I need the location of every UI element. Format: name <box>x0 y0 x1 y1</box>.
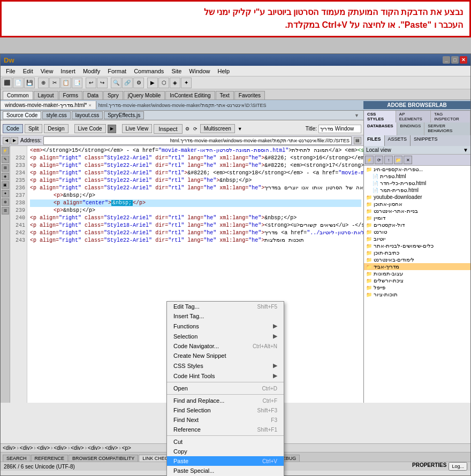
bottom-tab-browser-compat[interactable]: BROWSER COMPATIBILITY <box>69 455 138 462</box>
tb-btn-16[interactable]: ✦ <box>181 78 192 88</box>
menu-view[interactable]: View <box>37 67 57 75</box>
tree-item-4[interactable]: 📄 טפרית-תמר.html <box>364 187 470 194</box>
ctx-selection[interactable]: Selection ▶ <box>167 331 284 341</box>
tree-item-17[interactable]: 📁 ציכת-יורשלים <box>364 277 470 284</box>
panel-tab-server-behaviors[interactable]: SERVER BEHAVIORS <box>424 122 470 135</box>
local-view-dropdown[interactable]: ▼ <box>463 147 468 153</box>
split-view-button[interactable]: Split <box>25 124 42 133</box>
sidebar-icon-6[interactable]: ✦ <box>2 190 9 197</box>
ctx-reference[interactable]: Reference Shift+F1 <box>167 425 284 434</box>
tb-btn-8[interactable]: ↩ <box>86 78 96 88</box>
code-tab-source[interactable]: Source Code <box>3 111 41 119</box>
ctx-paste-special[interactable]: Paste Special... <box>167 466 284 475</box>
live-view-button[interactable]: Live View <box>122 124 153 133</box>
ctx-create-snippet[interactable]: Create New Snippet <box>167 351 284 360</box>
panel-tab-assets[interactable]: ASSETS <box>385 135 411 146</box>
ctx-find-selection[interactable]: Find Selection Shift+F3 <box>167 405 284 415</box>
bc-item-2[interactable]: <div> <box>20 445 33 451</box>
back-button[interactable]: ◀ <box>3 137 10 144</box>
insert-tab-common[interactable]: Common <box>3 91 33 99</box>
tb-btn-7[interactable]: 📑 <box>72 78 82 88</box>
panel-btn-connect[interactable]: ⚡ <box>365 156 374 164</box>
menu-modify[interactable]: Modify <box>80 67 103 75</box>
multiscreen-button[interactable]: Multiscreen <box>200 124 235 133</box>
tree-item-6[interactable]: 📁 אחסון-אתוכן <box>364 201 470 208</box>
bc-item-1[interactable]: <div> <box>3 445 16 451</box>
tb-btn-5[interactable]: ✂ <box>49 78 60 88</box>
close-button[interactable]: ✕ <box>460 56 467 64</box>
file-tab-close[interactable]: × <box>88 103 91 108</box>
ctx-cut[interactable]: Cut <box>167 437 284 447</box>
ctx-find-replace[interactable]: Find and Replace... Ctrl+F <box>167 396 284 405</box>
ctx-open[interactable]: Open Ctrl+D <box>167 383 284 393</box>
ctx-paste[interactable]: Paste Ctrl+V <box>167 456 284 466</box>
tree-item-19[interactable]: 📁 תוכות-ציור <box>364 291 470 298</box>
panel-tab-files[interactable]: FILES <box>364 135 385 146</box>
sidebar-icon-7[interactable]: ⊕ <box>2 198 9 206</box>
tb-btn-14[interactable]: ⬡ <box>158 78 169 88</box>
filter-icon[interactable]: ▼ <box>352 113 361 118</box>
menu-help[interactable]: Help <box>214 67 233 75</box>
panel-tab-css-styles[interactable]: CSS STYLES <box>364 111 396 122</box>
ctx-copy[interactable]: Copy <box>167 447 284 456</box>
ctx-functions[interactable]: Functions ▶ <box>167 321 284 331</box>
tree-item-15[interactable]: 📁 מדריך-אביד <box>364 263 470 270</box>
panel-btn-delete[interactable]: ✕ <box>404 156 412 164</box>
live-code-icon[interactable]: ▶ <box>108 125 116 133</box>
insert-tab-layout[interactable]: Layout <box>34 91 58 99</box>
code-view-button[interactable]: Code <box>3 124 23 133</box>
address-input[interactable]: file:///D:/SITES/אינטרנט-אתר-תקמת'/movie… <box>43 136 352 145</box>
tb-btn-15[interactable]: ◈ <box>170 78 180 88</box>
bc-item-4[interactable]: <div> <box>54 445 66 451</box>
minimize-button[interactable]: _ <box>443 56 450 64</box>
insert-tab-data[interactable]: Data <box>83 91 103 99</box>
tree-item-8[interactable]: 📁 דומיין <box>364 214 470 221</box>
menu-file[interactable]: File <box>3 67 19 75</box>
live-code-button[interactable]: Live Code <box>74 124 106 133</box>
panel-tab-tag-inspector[interactable]: TAG INSPECTOR <box>431 111 470 122</box>
menu-commands[interactable]: Commands <box>131 67 167 75</box>
panel-btn-up[interactable]: ↑ <box>384 156 393 164</box>
menu-edit[interactable]: Edit <box>20 67 36 75</box>
tree-item-11[interactable]: 📁 יוטיוב <box>364 235 470 242</box>
panel-tab-snippets[interactable]: SNIPPETS <box>411 135 441 146</box>
sidebar-icon-4[interactable]: ◈ <box>2 173 9 180</box>
tree-item-13[interactable]: 📁 כתיבת-תוכן <box>364 249 470 256</box>
tb-btn-2[interactable]: 📄 <box>13 78 24 88</box>
multiscreen-arrow[interactable]: ▼ <box>237 125 244 133</box>
bc-item-7[interactable]: <div> <box>105 445 118 451</box>
tree-item-3[interactable]: 📄 טפרית-כלי-חדר.html <box>364 180 470 187</box>
panel-tab-databases[interactable]: DATABASES <box>364 122 397 135</box>
title-input[interactable] <box>318 125 361 133</box>
ctx-find-next[interactable]: Find Next F3 <box>167 415 284 425</box>
ctx-code-hint-tools[interactable]: Code Hint Tools ▶ <box>167 371 284 381</box>
code-tab-style[interactable]: style.css <box>42 111 70 119</box>
tree-item-1[interactable]: 📁 טפרית-אקספיים-חינ... <box>364 166 470 173</box>
menu-format[interactable]: Format <box>104 67 130 75</box>
tree-item-14[interactable]: 📁 לימודים-באינטרנט <box>364 256 470 263</box>
address-go-button[interactable]: ▤ <box>354 137 361 144</box>
tb-btn-11[interactable]: 🔗 <box>122 78 133 88</box>
ctx-insert-tag[interactable]: Insert Tag... <box>167 311 284 321</box>
bc-item-8[interactable]: <p> <box>122 445 131 451</box>
sidebar-icon-5[interactable]: ▣ <box>2 181 9 189</box>
tb-btn-4[interactable]: ⊕ <box>38 78 49 88</box>
tree-item-10[interactable]: 📁 טורנט <box>364 228 470 235</box>
tb-btn-12[interactable]: ⚙ <box>133 78 144 88</box>
tb-btn-1[interactable]: ⬛ <box>2 78 12 88</box>
sidebar-icon-2[interactable]: ✎ <box>2 156 9 163</box>
bc-item-3[interactable]: <div> <box>37 445 50 451</box>
ctx-css-styles[interactable]: CSS Styles ▶ <box>167 360 284 371</box>
bc-item-6[interactable]: <div> <box>88 445 101 451</box>
sidebar-icon-1[interactable]: ⚡ <box>2 147 9 155</box>
insert-tab-text[interactable]: Text <box>216 91 234 99</box>
panel-btn-refresh[interactable]: ⟳ <box>375 156 383 164</box>
inspect-button[interactable]: Inspect <box>154 124 182 134</box>
bottom-tab-reference[interactable]: REFERENCE <box>31 455 69 462</box>
menu-window[interactable]: Window <box>186 67 213 75</box>
inspect-settings-icon[interactable]: ⚙ <box>184 125 191 133</box>
file-tab-main[interactable]: windows-movie-maker-מדריך.html* × <box>1 101 96 109</box>
tree-item-7[interactable]: 📁 בניית-אתר-אינטרנט <box>364 208 470 214</box>
sidebar-icon-3[interactable]: ⊞ <box>2 164 9 172</box>
maximize-button[interactable]: □ <box>451 56 459 64</box>
